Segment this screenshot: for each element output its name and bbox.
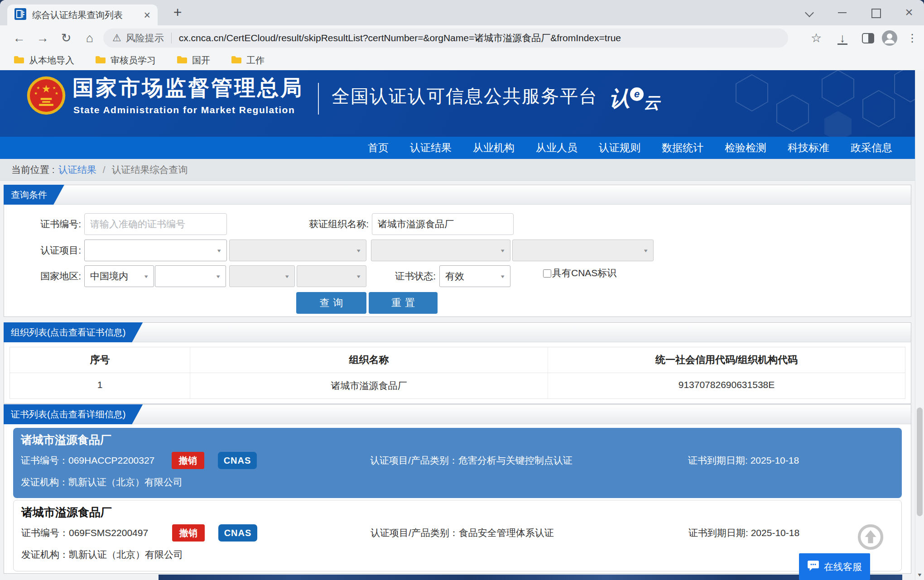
page-footer-image (159, 575, 902, 580)
revoked-badge: 撤销 (172, 452, 204, 469)
site-favicon-icon (14, 8, 26, 22)
org-row-code: 91370782690631538E (548, 373, 905, 398)
cert-number-input[interactable] (84, 213, 227, 235)
scrollbar-down-arrow[interactable]: ▼ (915, 572, 924, 578)
bookmark-folder[interactable]: 国开 (177, 54, 210, 67)
nav-item-organizations[interactable]: 从业机构 (473, 141, 515, 155)
breadcrumb-current: 认证结果综合查询 (112, 163, 188, 176)
org-table: 序号 组织名称 统一社会信用代码/组织机构代码 1 诸城市溢源食品厂 91370… (10, 347, 905, 399)
reload-icon[interactable]: ↻ (57, 29, 75, 48)
warning-icon: ⚠ (112, 32, 121, 44)
card-project: 认证项目/产品类别：危害分析与关键控制点认证 (370, 451, 573, 470)
nav-item-inspection[interactable]: 检验检测 (725, 141, 766, 155)
cert-project-select-1[interactable]: ▼ (84, 240, 227, 261)
region-select-3: ▼ (229, 265, 295, 287)
cert-list-panel: 证书列表(点击查看详细信息) 诸城市溢源食品厂 证书编号：069HACCP220… (4, 404, 911, 574)
online-service-label: 在线客服 (824, 561, 862, 573)
nav-item-home[interactable]: 首页 (368, 141, 389, 155)
online-service-button[interactable]: 在线客服 (799, 553, 870, 580)
query-panel-header: 查询条件 (4, 185, 911, 205)
breadcrumb-link[interactable]: 认证结果 (58, 163, 96, 176)
cert-list-section-tab: 证书列表(点击查看详细信息) (4, 404, 143, 424)
side-panel-icon[interactable] (859, 33, 877, 51)
risk-warning-label[interactable]: 风险提示 (126, 32, 164, 44)
agency-title-cn: 国家市场监督管理总局 (72, 74, 303, 102)
card-org-name: 诸城市溢源食品厂 (21, 432, 111, 447)
window-maximize-button[interactable] (870, 7, 881, 18)
chevron-down-icon: ▼ (500, 243, 505, 259)
column-header-index: 序号 (10, 347, 190, 373)
back-to-top-button[interactable] (857, 523, 884, 551)
org-list-section-tab: 组织列表(点击查看证书信息) (4, 322, 143, 342)
tab-strip: 综合认证结果查询列表 × + × (0, 0, 924, 25)
cert-status-select[interactable]: 有效▼ (439, 265, 510, 287)
region-label: 国家地区: (28, 265, 81, 287)
url-divider (171, 33, 172, 43)
profile-avatar[interactable] (881, 30, 899, 48)
card-issuer: 发证机构：凯新认证（北京）有限公司 (21, 546, 183, 563)
address-bar[interactable]: ⚠ 风险提示 cx.cnca.cn/CertECloud/result/skip… (103, 29, 788, 48)
chevron-down-icon: ▼ (643, 243, 649, 259)
region-select-2[interactable]: ▼ (155, 265, 226, 287)
reset-button[interactable]: 重置 (369, 292, 438, 314)
new-tab-button[interactable]: + (168, 4, 187, 22)
chevron-down-icon: ▼ (500, 269, 505, 285)
window-minimize-button[interactable] (837, 7, 848, 18)
tab-search-chevron-icon[interactable] (804, 7, 815, 18)
org-row-name: 诸城市溢源食品厂 (190, 373, 548, 398)
browser-tab[interactable]: 综合认证结果查询列表 × (7, 5, 158, 25)
certificate-card[interactable]: 诸城市溢源食品厂 证书编号：069HACCP2200327 撤销 CNAS 认证… (13, 428, 902, 498)
cnas-checkbox[interactable] (543, 269, 551, 278)
card-cert-number: 证书编号：069FSMS2200497 (21, 524, 148, 542)
nav-item-cert-results[interactable]: 认证结果 (410, 141, 452, 155)
svg-text:★: ★ (53, 86, 56, 90)
chevron-down-icon: ▼ (284, 269, 290, 285)
cnas-checkbox-group: 具有CNAS标识 (543, 265, 619, 281)
bookmark-folder[interactable]: 审核员学习 (95, 54, 156, 67)
national-emblem-icon: ★ ★ ★ ★ ★ (26, 76, 66, 117)
window-close-button[interactable]: × (904, 7, 914, 18)
forward-icon[interactable]: → (34, 29, 52, 48)
revoked-badge: 撤销 (172, 524, 205, 542)
hexagon-decoration (725, 70, 915, 137)
page-content: ★ ★ ★ ★ ★ 国家市场监督管理总局 State Administratio… (0, 70, 915, 580)
svg-text:★: ★ (34, 91, 38, 96)
nav-item-rules[interactable]: 认证规则 (599, 141, 640, 155)
card-expiry: 证书到期日期: 2025-10-18 (688, 524, 799, 542)
nav-item-personnel[interactable]: 从业人员 (536, 141, 578, 155)
browser-menu-icon[interactable]: ⋮ (903, 29, 921, 48)
nav-item-statistics[interactable]: 数据统计 (662, 141, 703, 155)
nav-item-standards[interactable]: 科技标准 (788, 141, 829, 155)
scrollbar-thumb[interactable] (917, 407, 923, 516)
search-button[interactable]: 查询 (296, 292, 366, 314)
cert-status-label: 证书状态: (387, 265, 436, 287)
home-icon[interactable]: ⌂ (81, 29, 99, 48)
bookmark-folder[interactable]: 从本地导入 (14, 54, 74, 67)
bookmark-folder[interactable]: 工作 (231, 54, 265, 67)
download-icon[interactable]: ↓ (833, 29, 852, 48)
url-text[interactable]: cx.cnca.cn/CertECloud/result/skipResultL… (179, 32, 621, 44)
org-name-label: 获证组织名称: (278, 213, 369, 235)
breadcrumb: 当前位置 : 认证结果 / 认证结果综合查询 (0, 159, 915, 181)
region-select-4: ▼ (297, 265, 366, 287)
region-select-1[interactable]: 中国境内▼ (84, 265, 154, 287)
svg-text:★: ★ (55, 91, 58, 96)
column-header-credit-code: 统一社会信用代码/组织机构代码 (548, 347, 905, 373)
page-scrollbar[interactable]: ▼ (915, 70, 924, 580)
tab-title: 综合认证结果查询列表 (32, 9, 144, 21)
certificate-card[interactable]: 诸城市溢源食品厂 证书编号：069FSMS2200497 撤销 CNAS 认证项… (13, 500, 902, 571)
back-icon[interactable]: ← (10, 29, 28, 48)
org-table-row[interactable]: 1 诸城市溢源食品厂 91370782690631538E (10, 373, 905, 398)
cert-number-label: 证书编号: (28, 213, 81, 235)
bookmark-star-icon[interactable]: ☆ (807, 29, 825, 48)
tab-close-icon[interactable]: × (144, 10, 150, 21)
card-cert-number: 证书编号：069HACCP2200327 (21, 451, 154, 470)
folder-icon (231, 55, 242, 66)
org-row-index: 1 (10, 373, 190, 398)
org-list-panel: 组织列表(点击查看证书信息) 序号 组织名称 统一社会信用代码/组织机构代码 1… (4, 322, 911, 404)
cnas-badge: CNAS (218, 452, 257, 469)
cert-project-select-3: ▼ (371, 240, 510, 261)
query-section-tab: 查询条件 (4, 185, 64, 205)
nav-item-procurement[interactable]: 政采信息 (851, 141, 892, 155)
org-name-input[interactable] (372, 213, 514, 235)
